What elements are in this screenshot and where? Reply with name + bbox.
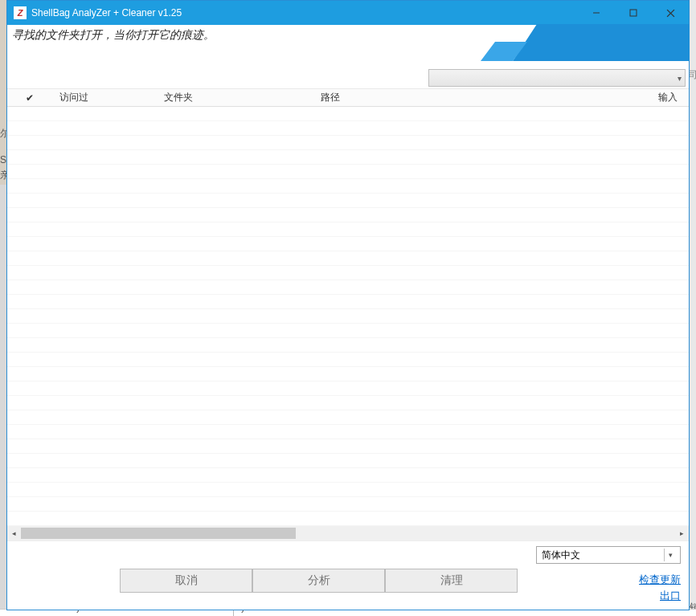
table-header: ✔ 访问过 文件夹 路径 输入 <box>7 89 689 107</box>
footer: 简体中文 ▾ 取消 分析 清理 检查更新 出口 <box>7 541 689 610</box>
minimize-button[interactable] <box>578 1 615 25</box>
chevron-down-icon: ▾ <box>678 74 682 83</box>
col-path[interactable]: 路径 <box>313 91 649 104</box>
analyze-button[interactable]: 分析 <box>252 569 385 593</box>
maximize-button[interactable] <box>615 1 652 25</box>
scroll-right-icon[interactable]: ▸ <box>675 527 689 541</box>
table-body[interactable] <box>7 107 689 526</box>
scroll-track[interactable] <box>21 528 675 539</box>
scroll-left-icon[interactable]: ◂ <box>7 527 21 541</box>
close-button[interactable] <box>652 1 689 25</box>
banner-area: 寻找的文件夹打开，当你打开它的痕迹。 ▾ <box>7 25 689 89</box>
language-select[interactable]: 简体中文 ▾ <box>536 546 681 564</box>
col-accessed[interactable]: 访问过 <box>51 91 156 104</box>
col-checkbox[interactable]: ✔ <box>7 92 51 104</box>
window-buttons <box>578 1 689 25</box>
titlebar[interactable]: Z ShellBag AnalyZer + Cleaner v1.25 <box>7 1 689 25</box>
window-title: ShellBag AnalyZer + Cleaner v1.25 <box>31 7 182 18</box>
horizontal-scrollbar[interactable]: ◂ ▸ <box>7 526 689 541</box>
clean-button[interactable]: 清理 <box>385 569 518 593</box>
chevron-down-icon: ▾ <box>664 549 677 561</box>
app-window: Z ShellBag AnalyZer + Cleaner v1.25 寻找的文… <box>6 0 690 610</box>
footer-links: 检查更新 出口 <box>639 572 681 604</box>
svg-marker-4 <box>513 24 690 61</box>
check-update-link[interactable]: 检查更新 <box>639 572 681 588</box>
action-buttons: 取消 分析 清理 <box>120 569 518 593</box>
col-input[interactable]: 输入 <box>649 91 689 104</box>
filter-dropdown[interactable]: ▾ <box>428 69 686 87</box>
exit-link[interactable]: 出口 <box>639 588 681 604</box>
ribbon-decoration <box>489 24 690 64</box>
description-text: 寻找的文件夹打开，当你打开它的痕迹。 <box>12 28 215 43</box>
cancel-button[interactable]: 取消 <box>120 569 252 593</box>
background-right-strip <box>691 0 696 616</box>
language-selected: 简体中文 <box>542 549 580 562</box>
app-icon: Z <box>14 6 27 19</box>
scroll-thumb[interactable] <box>21 528 296 539</box>
col-folder[interactable]: 文件夹 <box>156 91 313 104</box>
svg-rect-1 <box>630 10 637 16</box>
